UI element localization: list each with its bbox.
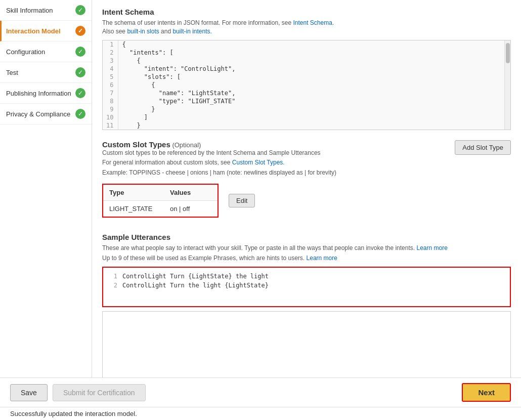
slot-values-value: on | off (170, 205, 211, 213)
utterance-text: ControlLight Turn {LightState} the light (122, 273, 269, 280)
sidebar-item-label: Interaction Model (6, 27, 61, 35)
privacy-check-icon (75, 109, 85, 119)
code-line: 5 "slots": [ (103, 73, 510, 81)
sidebar-item-privacy-compliance[interactable]: Privacy & Compliance (0, 104, 92, 124)
line-number: 5 (103, 73, 118, 81)
built-in-slots-link[interactable]: built-in slots (127, 28, 159, 35)
learn-more-link2[interactable]: Learn more (307, 255, 337, 262)
slot-table-row: LIGHT_STATE on | off (103, 201, 218, 217)
edit-slot-button[interactable]: Edit (229, 194, 255, 207)
code-line: 8 "type": "LIGHT_STATE" (103, 97, 510, 105)
optional-label: (Optional) (172, 141, 201, 149)
code-line: 10 ] (103, 113, 510, 121)
utterance-number: 2 (107, 282, 117, 289)
sample-utterances-section: Sample Utterances These are what people … (102, 233, 511, 377)
submit-button[interactable]: Submit for Certification (53, 384, 146, 401)
slot-types-desc2: For general information about custom slo… (102, 158, 336, 167)
scrollbar-thumb (506, 43, 510, 63)
utterance-line: 1ControlLight Turn {LightState} the ligh… (107, 272, 506, 281)
skill-information-check-icon (75, 5, 85, 15)
code-line: 3 { (103, 57, 510, 65)
sample-utterances-title: Sample Utterances (102, 233, 511, 241)
footer: Save Submit for Certification Next (0, 377, 521, 407)
sidebar-item-interaction-model[interactable]: Interaction Model (0, 21, 92, 41)
line-content: } (118, 105, 510, 113)
slot-types-desc2-text: For general information about custom slo… (102, 159, 230, 166)
line-number: 9 (103, 105, 118, 113)
save-button[interactable]: Save (10, 384, 48, 401)
status-bar: Successfully updated the interaction mod… (0, 407, 521, 420)
line-content: ] (118, 113, 510, 121)
slot-types-table: Type Values LIGHT_STATE on | off (102, 184, 219, 218)
editor-scrollbar[interactable] (504, 40, 510, 130)
intent-schema-section: Intent Schema The schema of user intents… (102, 8, 511, 130)
line-content: { (118, 57, 510, 65)
line-content: { (118, 81, 510, 89)
line-content: "name": "LightState", (118, 89, 510, 97)
intent-schema-desc1: The schema of user intents in JSON forma… (102, 19, 291, 26)
line-content: } (118, 121, 510, 130)
col-type-header: Type (109, 189, 170, 196)
learn-more-link1[interactable]: Learn more (416, 244, 447, 251)
test-check-icon (75, 67, 85, 77)
line-content: "slots": [ (118, 73, 510, 81)
code-line: 6 { (103, 81, 510, 89)
slot-type-value: LIGHT_STATE (109, 205, 170, 213)
sidebar-item-label: Configuration (6, 48, 45, 56)
slot-types-header-left: Custom Slot Types (Optional) Custom slot… (102, 140, 336, 179)
sidebar-item-skill-information[interactable]: Skill Information (0, 0, 92, 21)
line-number: 11 (103, 121, 118, 130)
utterance-number: 1 (107, 273, 117, 280)
utterances-editor-highlighted[interactable]: 1ControlLight Turn {LightState} the ligh… (102, 267, 511, 307)
line-number: 10 (103, 113, 118, 121)
intent-schema-desc2: Also see (102, 28, 125, 35)
next-button[interactable]: Next (462, 383, 511, 402)
custom-slot-types-link[interactable]: Custom Slot Types. (232, 159, 285, 166)
publishing-check-icon (75, 88, 85, 98)
status-message: Successfully updated the interaction mod… (10, 410, 137, 417)
line-content: "intent": "ControlLight", (118, 65, 510, 73)
configuration-check-icon (75, 47, 85, 57)
custom-slot-types-title: Custom Slot Types (102, 140, 170, 149)
built-in-intents-link[interactable]: built-in intents. (172, 28, 211, 35)
slot-table-header: Type Values (103, 185, 218, 201)
line-content: "type": "LIGHT_STATE" (118, 97, 510, 105)
sidebar-item-publishing-information[interactable]: Publishing Information (0, 83, 92, 104)
intent-schema-link1[interactable]: Intent Schema. (293, 19, 334, 26)
utterances-desc1-text: These are what people say to interact wi… (102, 244, 415, 251)
intent-schema-desc: The schema of user intents in JSON forma… (102, 19, 511, 36)
custom-slot-types-section: Custom Slot Types (Optional) Custom slot… (102, 140, 511, 223)
slot-types-desc1: Custom slot types to be referenced by th… (102, 149, 336, 157)
code-line: 1{ (103, 40, 510, 49)
code-table: 1{2 "intents": [3 {4 "intent": "ControlL… (103, 40, 510, 130)
sidebar-item-configuration[interactable]: Configuration (0, 41, 92, 62)
main-content: Intent Schema The schema of user intents… (92, 0, 521, 377)
slot-types-title-row: Custom Slot Types (Optional) (102, 140, 336, 149)
interaction-model-check-icon (75, 26, 85, 36)
line-number: 4 (103, 65, 118, 73)
slot-row-container: Type Values LIGHT_STATE on | off Edit (102, 179, 511, 223)
code-line: 7 "name": "LightState", (103, 89, 510, 97)
utterances-editor-large[interactable] (102, 311, 511, 377)
col-values-header: Values (170, 189, 211, 196)
utterances-desc1: These are what people say to interact wi… (102, 244, 511, 253)
line-number: 1 (103, 40, 118, 49)
utterance-line: 2ControlLight Turn the light {LightState… (107, 281, 506, 290)
sidebar-item-label: Skill Information (6, 7, 53, 14)
utterances-desc2: Up to 9 of these will be used as Example… (102, 254, 511, 263)
line-content: { (118, 40, 510, 49)
line-number: 2 (103, 49, 118, 57)
sidebar-item-test[interactable]: Test (0, 62, 92, 83)
line-number: 3 (103, 57, 118, 65)
add-slot-type-button[interactable]: Add Slot Type (455, 140, 511, 155)
line-number: 7 (103, 89, 118, 97)
intent-schema-editor[interactable]: 1{2 "intents": [3 {4 "intent": "ControlL… (102, 40, 511, 130)
code-line: 11 } (103, 121, 510, 130)
intent-schema-desc3: and (161, 28, 171, 35)
utterances-desc2-text: Up to 9 of these will be used as Example… (102, 255, 305, 262)
utterance-text: ControlLight Turn the light {LightState} (122, 282, 269, 289)
sidebar-item-label: Privacy & Compliance (6, 110, 70, 118)
intent-schema-title: Intent Schema (102, 8, 511, 16)
code-line: 2 "intents": [ (103, 49, 510, 57)
code-line: 9 } (103, 105, 510, 113)
